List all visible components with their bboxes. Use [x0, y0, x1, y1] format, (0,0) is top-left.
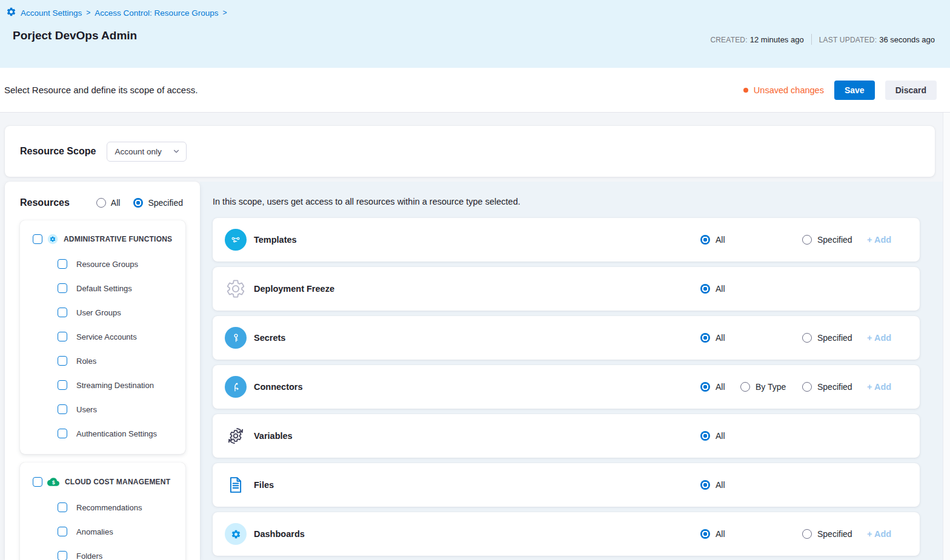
group-title: CLOUD COST MANAGEMENT — [65, 478, 170, 486]
resources-panel: Resources All Specified ADMINISTRATIVE F… — [5, 182, 200, 560]
resource-row: Deployment FreezeAll — [213, 267, 920, 311]
radio-icon — [700, 333, 710, 343]
item-checkbox[interactable] — [58, 527, 67, 536]
breadcrumb-separator: > — [222, 8, 227, 17]
radio-specified-label: Specified — [148, 198, 183, 208]
resource-row: ConnectorsAllBy TypeSpecified+ Add — [213, 365, 920, 409]
item-label: Folders — [76, 552, 102, 560]
radio-all[interactable]: All — [700, 382, 725, 392]
resource-type-item: Roles — [58, 356, 179, 366]
resources-radio-specified[interactable]: Specified — [133, 198, 183, 208]
item-checkbox[interactable] — [58, 356, 67, 366]
page-title: Porject DevOps Admin — [13, 29, 137, 42]
resources-radio-all[interactable]: All — [96, 198, 121, 208]
save-button[interactable]: Save — [834, 81, 875, 100]
radio-icon — [700, 431, 710, 441]
item-checkbox[interactable] — [58, 551, 67, 560]
radio-label: All — [716, 284, 725, 294]
radio-label: All — [716, 480, 725, 490]
templates-icon — [225, 229, 247, 251]
item-checkbox[interactable] — [58, 332, 67, 341]
add-button[interactable]: + Add — [867, 235, 891, 245]
breadcrumb-account-settings[interactable]: Account Settings — [21, 8, 82, 18]
breadcrumb: Account Settings > Access Control: Resou… — [6, 7, 227, 19]
radio-icon — [96, 198, 106, 208]
resource-type-item: Authentication Settings — [58, 429, 179, 438]
discard-button[interactable]: Discard — [885, 81, 937, 100]
radio-all[interactable]: All — [700, 284, 725, 294]
header-meta: CREATED:12 minutes ago LAST UPDATED:36 s… — [710, 34, 935, 45]
radio-label: Specified — [817, 382, 852, 392]
add-button[interactable]: + Add — [867, 529, 891, 539]
radio-icon — [700, 480, 710, 490]
breadcrumb-separator: > — [86, 8, 90, 17]
radio-icon — [740, 382, 750, 392]
resource-type-name: Templates — [254, 235, 297, 245]
item-label: Anomalies — [76, 527, 113, 536]
radio-specified[interactable]: Specified — [802, 382, 852, 392]
radio-icon — [802, 235, 812, 245]
item-checkbox[interactable] — [58, 502, 67, 512]
group-checkbox[interactable] — [33, 234, 42, 244]
breadcrumb-access-control[interactable]: Access Control: Resource Groups — [95, 8, 218, 18]
resources-panel-title: Resources — [20, 197, 70, 208]
item-label: Roles — [76, 357, 96, 366]
radio-label: All — [716, 529, 725, 539]
meta-divider — [811, 34, 812, 45]
radio-icon — [802, 529, 812, 539]
resource-row: TemplatesAllSpecified+ Add — [213, 218, 920, 262]
resource-type-name: Files — [254, 480, 274, 490]
resource-row: VariablesAll — [213, 414, 920, 458]
radio-all[interactable]: All — [700, 333, 725, 343]
item-checkbox[interactable] — [58, 308, 67, 317]
resource-scope-dropdown[interactable]: Account only — [107, 142, 187, 162]
radio-all[interactable]: All — [700, 529, 725, 539]
resource-type-item: Streaming Destination — [58, 380, 179, 390]
unsaved-changes-label: Unsaved changes — [754, 85, 824, 95]
group-header: $CLOUD COST MANAGEMENT — [33, 476, 179, 488]
group-checkbox[interactable] — [33, 477, 42, 487]
radio-specified[interactable]: Specified — [802, 333, 852, 343]
resource-type-item: Default Settings — [58, 283, 179, 293]
item-checkbox[interactable] — [58, 429, 67, 438]
radio-label: Specified — [817, 529, 852, 539]
radio-specified[interactable]: Specified — [802, 235, 852, 245]
chevron-down-icon — [172, 147, 181, 156]
radio-by-type[interactable]: By Type — [740, 382, 786, 392]
resource-type-item: Resource Groups — [58, 259, 179, 269]
radio-icon — [133, 198, 143, 208]
resource-type-name: Secrets — [254, 333, 285, 343]
radio-label: All — [716, 235, 725, 245]
scrollbar-track[interactable] — [943, 113, 950, 560]
radio-all[interactable]: All — [700, 431, 725, 441]
add-button[interactable]: + Add — [867, 333, 891, 343]
radio-icon — [802, 333, 812, 343]
item-checkbox[interactable] — [58, 259, 67, 269]
add-button[interactable]: + Add — [867, 382, 891, 392]
radio-icon — [802, 382, 812, 392]
resource-type-item: Anomalies — [58, 527, 179, 536]
resource-scope-card: Resource Scope Account only — [5, 126, 935, 177]
resource-type-item: Recommendations — [58, 502, 179, 512]
item-label: Default Settings — [76, 284, 132, 293]
radio-all[interactable]: All — [700, 480, 725, 490]
updated-value: 36 seconds ago — [879, 35, 935, 44]
item-checkbox[interactable] — [58, 404, 67, 414]
scope-intro-text: In this scope, users get access to all r… — [213, 197, 520, 206]
variables-icon — [225, 425, 247, 447]
radio-label: All — [716, 431, 725, 441]
item-checkbox[interactable] — [58, 380, 67, 390]
radio-all-label: All — [111, 198, 121, 208]
group-title: ADMINISTRATIVE FUNCTIONS — [64, 235, 172, 243]
deployment-freeze-icon — [225, 278, 247, 300]
item-checkbox[interactable] — [58, 283, 67, 293]
resource-type-name: Variables — [254, 431, 293, 441]
action-toolbar: Select Resource and define its scope of … — [0, 68, 950, 113]
toolbar-description: Select Resource and define its scope of … — [4, 85, 198, 95]
radio-specified[interactable]: Specified — [802, 529, 852, 539]
svg-text:$: $ — [52, 479, 55, 486]
resource-group-card: $CLOUD COST MANAGEMENTRecommendationsAno… — [20, 463, 185, 560]
radio-all[interactable]: All — [700, 235, 725, 245]
resource-type-name: Connectors — [254, 382, 303, 392]
item-label: User Groups — [76, 308, 121, 317]
